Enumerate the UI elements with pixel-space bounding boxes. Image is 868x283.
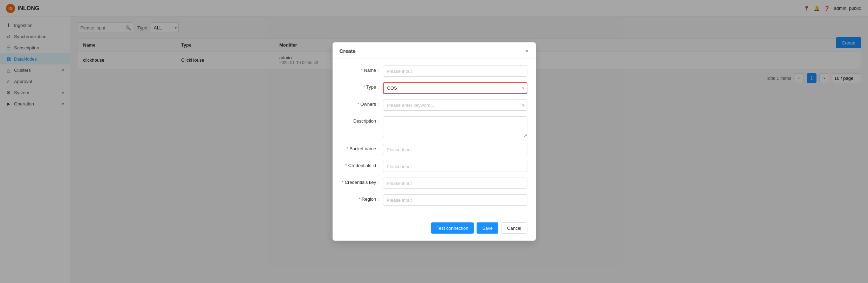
save-button[interactable]: Save <box>477 222 498 234</box>
main-content: 📍 🔔 ❓ admin public 🔍 Type: ALL ClickHous… <box>70 0 868 283</box>
form-row-credentials-key: Credentials key : <box>341 178 527 189</box>
form-row-credentials-id: Credentials id : <box>341 161 527 172</box>
test-connection-button[interactable]: Test connection <box>431 222 474 234</box>
form-row-region: Region : <box>341 194 527 206</box>
credentials-id-label: Credentials id : <box>341 161 383 168</box>
type-label: Type : <box>341 82 383 90</box>
credentials-id-input[interactable] <box>383 161 527 172</box>
owners-field-wrapper: ∨ <box>383 99 527 111</box>
form-row-bucket: Bucket name : <box>341 144 527 155</box>
name-input[interactable] <box>383 65 527 77</box>
name-label: Name : <box>341 65 383 73</box>
description-field-wrapper <box>383 116 527 138</box>
owners-wrapper: ∨ <box>383 99 527 111</box>
name-field-wrapper <box>383 65 527 77</box>
create-modal: Create × Name : Type : <box>333 42 536 241</box>
form-row-owners: Owners : ∨ <box>341 99 527 111</box>
bucket-label: Bucket name : <box>341 144 383 151</box>
modal-footer: Test connection Save Cancel <box>333 218 536 241</box>
type-field-wrapper: ClickHouse COS MySQL Kafka ES ∨ <box>383 82 527 94</box>
type-select-wrapper-modal: ClickHouse COS MySQL Kafka ES ∨ <box>383 82 527 94</box>
bucket-name-input[interactable] <box>383 144 527 155</box>
type-select-modal[interactable]: ClickHouse COS MySQL Kafka ES <box>383 82 527 94</box>
region-field-wrapper <box>383 194 527 206</box>
owners-label: Owners : <box>341 99 383 107</box>
credentials-key-input[interactable] <box>383 178 527 189</box>
modal-header: Create × <box>333 42 536 58</box>
form-row-name: Name : <box>341 65 527 77</box>
form-row-description: Description : <box>341 116 527 138</box>
region-label: Region : <box>341 194 383 202</box>
region-input[interactable] <box>383 194 527 206</box>
owners-input[interactable] <box>383 99 527 111</box>
cancel-button[interactable]: Cancel <box>501 222 527 234</box>
description-textarea[interactable] <box>383 116 527 137</box>
credentials-id-field-wrapper <box>383 161 527 172</box>
modal-overlay: Create × Name : Type : <box>70 0 868 283</box>
modal-title: Create <box>340 48 356 54</box>
credentials-key-field-wrapper <box>383 178 527 189</box>
credentials-key-label: Credentials key : <box>341 178 383 185</box>
bucket-field-wrapper <box>383 144 527 155</box>
description-label: Description : <box>341 116 383 124</box>
form-row-type: Type : ClickHouse COS MySQL Kafka ES ∨ <box>341 82 527 94</box>
modal-body: Name : Type : ClickHouse COS MySQL <box>333 58 536 218</box>
modal-close-button[interactable]: × <box>525 48 528 54</box>
